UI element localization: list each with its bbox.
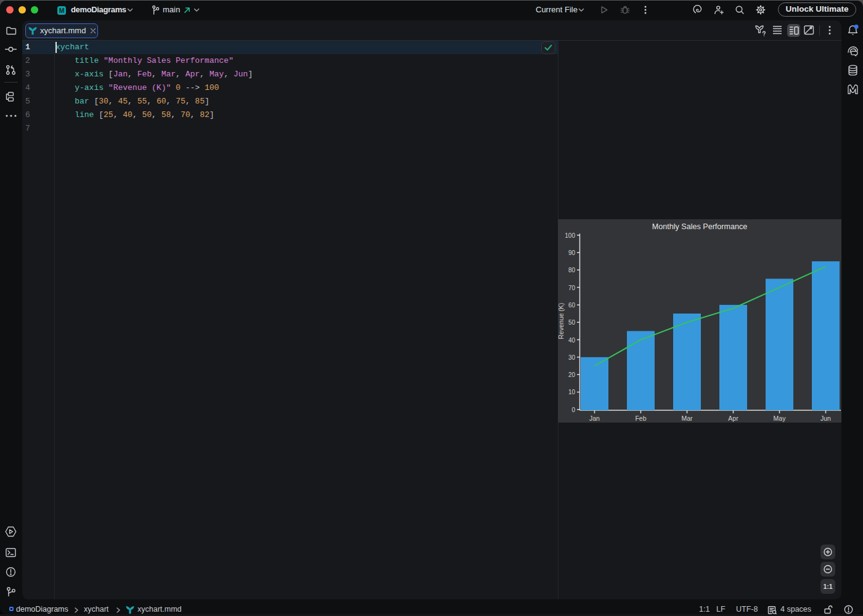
svg-text:Revenue (K): Revenue (K): [558, 303, 565, 339]
svg-text:0: 0: [571, 407, 575, 413]
svg-text:90: 90: [568, 249, 576, 256]
svg-text:Mar: Mar: [681, 415, 693, 422]
svg-text:20: 20: [568, 371, 576, 378]
svg-text:40: 40: [568, 337, 576, 344]
svg-text:Monthly Sales Performance: Monthly Sales Performance: [652, 222, 748, 231]
svg-text:80: 80: [568, 267, 576, 274]
svg-text:Jun: Jun: [820, 415, 831, 422]
svg-text:Feb: Feb: [635, 415, 646, 422]
svg-text:70: 70: [568, 285, 576, 291]
svg-text:Jan: Jan: [589, 415, 600, 422]
svg-text:10: 10: [568, 389, 576, 395]
svg-text:100: 100: [565, 232, 575, 239]
svg-text:60: 60: [568, 302, 576, 309]
svg-text:Apr: Apr: [728, 415, 738, 422]
svg-text:30: 30: [568, 354, 576, 361]
svg-text:50: 50: [568, 319, 576, 326]
svg-text:May: May: [774, 415, 787, 422]
